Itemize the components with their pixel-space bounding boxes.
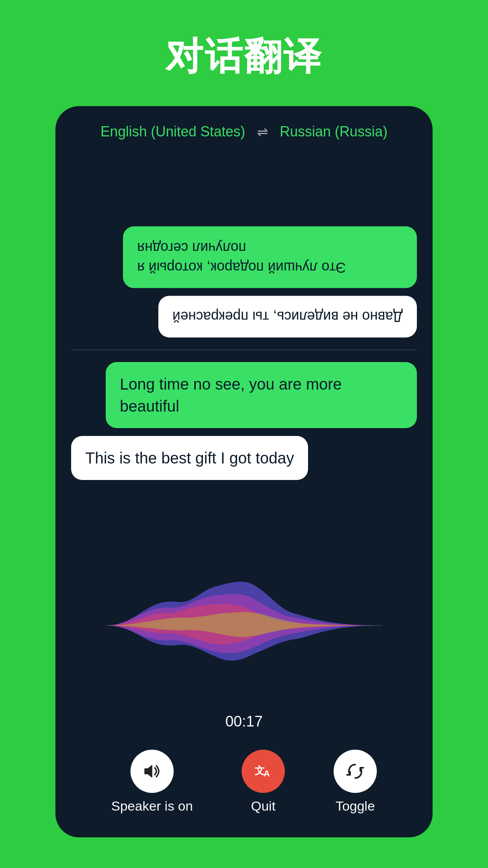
translate-icon: 文 A [253, 761, 274, 782]
language-header: English (United States) ⇌ Russian (Russi… [55, 106, 433, 154]
english-bubble-green: Long time no see, you are more beautiful [106, 362, 417, 428]
phone-card: English (United States) ⇌ Russian (Russi… [55, 106, 433, 837]
page-title: 对话翻译 [165, 31, 323, 83]
toggle-icon [345, 761, 366, 782]
controls-row: Speaker is on 文 A Quit [55, 738, 433, 837]
top-section: Это лучший подарок, который я получил се… [55, 154, 433, 349]
bottom-section: Long time no see, you are more beautiful… [55, 350, 433, 538]
speaker-icon [141, 761, 163, 782]
russian-bubble-white: Давно не виделись, ты прекрасней [158, 296, 417, 337]
svg-text:A: A [264, 769, 270, 778]
speaker-control: Speaker is on [111, 750, 193, 814]
russian-bubble-green: Это лучший подарок, который я получил се… [123, 226, 417, 288]
toggle-label: Toggle [336, 798, 375, 814]
swap-languages-icon[interactable]: ⇌ [257, 124, 268, 140]
quit-control: 文 A Quit [242, 750, 285, 814]
toggle-button[interactable] [334, 750, 377, 793]
speaker-button[interactable] [130, 750, 174, 793]
speaker-label: Speaker is on [111, 798, 193, 814]
language-left[interactable]: English (United States) [101, 123, 245, 140]
toggle-control: Toggle [334, 750, 377, 814]
english-bubble-white: This is the best gift I got today [71, 436, 308, 480]
quit-button[interactable]: 文 A [242, 750, 285, 793]
timer-display: 00:17 [55, 713, 433, 738]
waveform-area [55, 537, 433, 713]
waveform-visualization [106, 574, 382, 677]
language-right[interactable]: Russian (Russia) [280, 123, 387, 140]
quit-label: Quit [251, 798, 275, 814]
